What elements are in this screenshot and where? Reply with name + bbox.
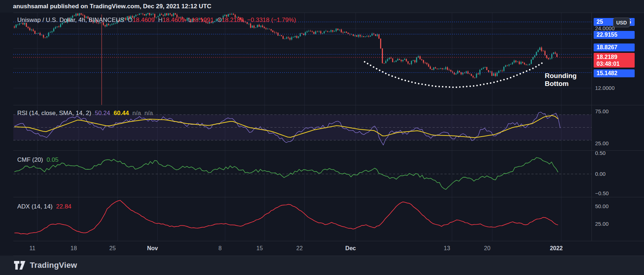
pane-separator xyxy=(13,256,644,256)
close-label: C xyxy=(217,17,221,23)
right-axis[interactable]: USD 24.000012.000075.0025.000.500.00−0.5… xyxy=(592,13,644,241)
time-label: 8 xyxy=(219,241,222,256)
pane-separator xyxy=(13,241,644,241)
time-label: Dec xyxy=(345,241,356,256)
price-alert-tag: 18.8267 xyxy=(594,43,635,51)
adx-title[interactable]: ADX (14, 14) xyxy=(17,203,52,210)
usd-currency-button[interactable]: USD xyxy=(613,18,630,27)
high-value: 18.4609 xyxy=(163,17,184,23)
adx-legend[interactable]: ADX (14, 14) 22.84 xyxy=(17,203,73,210)
tradingview-snapshot: anushsamal published on TradingView.com,… xyxy=(0,0,644,275)
rounding-bottom-label: Rounding Bottom xyxy=(545,72,592,88)
price-plot-svg[interactable] xyxy=(13,13,592,105)
price-alert-tag: 15.1482 xyxy=(594,69,635,77)
rsi-pane[interactable]: RSI (14, close, SMA, 14, 2) 50.24 60.44 … xyxy=(13,105,592,150)
axis-tick: 12.0000 xyxy=(595,85,615,91)
pane-separator[interactable] xyxy=(13,150,644,151)
low-label: L xyxy=(188,17,191,23)
pane-separator xyxy=(13,13,644,13)
rsi-na-1: n/a xyxy=(132,110,141,116)
high-label: H xyxy=(158,17,163,23)
price-alert-tag: 22.9155 xyxy=(594,31,635,39)
time-label: 13 xyxy=(444,241,450,256)
time-label: 18 xyxy=(70,241,77,256)
axis-tick: −0.50 xyxy=(595,190,609,197)
time-label: 25 xyxy=(109,241,116,256)
adx-value: 22.84 xyxy=(56,203,72,210)
rsi-title[interactable]: RSI (14, close, SMA, 14, 2) xyxy=(17,110,91,116)
rsi-legend[interactable]: RSI (14, close, SMA, 14, 2) 50.24 60.44 … xyxy=(17,110,155,117)
axis-tick: 50.00 xyxy=(595,203,609,210)
tradingview-logo-icon[interactable] xyxy=(14,261,26,270)
price-pane[interactable]: Uniswap / U.S. Dollar, 4h, BINANCEUS O18… xyxy=(13,13,592,105)
footer: TradingView xyxy=(0,256,644,275)
close-value: 18.2189 xyxy=(221,17,243,23)
open-label: O xyxy=(128,17,132,23)
axis-tick: 0.50 xyxy=(595,150,606,156)
cmf-plot-svg[interactable] xyxy=(13,150,592,197)
publish-banner-text: anushsamal published on TradingView.com,… xyxy=(13,3,211,10)
symbol-legend[interactable]: Uniswap / U.S. Dollar, 4h, BINANCEUS O18… xyxy=(17,17,298,24)
symbol-title[interactable]: Uniswap / U.S. Dollar, 4h, BINANCEUS xyxy=(17,17,124,23)
axis-tick: 0.00 xyxy=(595,171,606,177)
time-axis[interactable]: 111825Nov81522Dec13202022 xyxy=(0,241,644,256)
adx-plot-svg[interactable] xyxy=(13,197,592,241)
cmf-pane[interactable]: CMF (20) 0.05 xyxy=(13,150,592,197)
cmf-legend[interactable]: CMF (20) 0.05 xyxy=(17,156,60,164)
open-value: 18.4609 xyxy=(133,17,155,23)
adx-pane[interactable]: ADX (14, 14) 22.84 xyxy=(13,197,592,241)
time-label: 22 xyxy=(296,241,303,256)
pane-separator[interactable] xyxy=(13,105,644,105)
time-label: Nov xyxy=(147,241,158,256)
time-label: 20 xyxy=(484,241,490,256)
time-label: 2022 xyxy=(550,241,563,256)
axis-tick: 25.00 xyxy=(595,140,609,147)
time-label: 15 xyxy=(256,241,263,256)
change-value: −0.3318 (−1.79%) xyxy=(247,17,296,23)
time-label: 11 xyxy=(29,241,36,256)
rsi-value: 50.24 xyxy=(95,110,110,116)
axis-tick: 25.00 xyxy=(595,221,609,227)
cmf-title[interactable]: CMF (20) xyxy=(17,156,43,163)
current-price-tag: 18.218903:48:01 xyxy=(594,53,635,68)
rsi-na-2: n/a xyxy=(145,110,153,116)
pane-separator[interactable] xyxy=(13,197,644,197)
publish-banner: anushsamal published on TradingView.com,… xyxy=(0,0,644,13)
tradingview-brand-text[interactable]: TradingView xyxy=(30,261,77,270)
rsi-sma-value: 60.44 xyxy=(114,110,129,116)
low-value: 18.1991 xyxy=(192,17,214,23)
axis-tick: 75.00 xyxy=(595,108,609,115)
cmf-value: 0.05 xyxy=(47,156,59,163)
